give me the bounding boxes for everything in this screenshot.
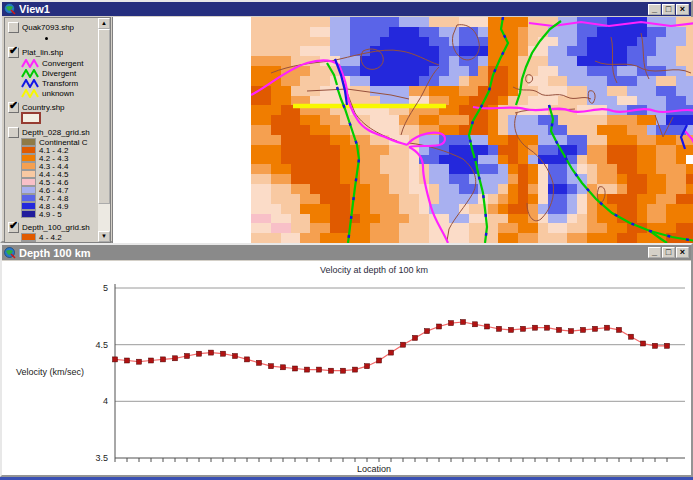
x-axis-label: Location (357, 464, 391, 474)
data-point-marker (161, 357, 166, 362)
legend-symbol-row: Divergent (21, 68, 98, 78)
data-point-marker (137, 359, 142, 364)
data-point-marker (365, 364, 370, 369)
data-point-marker (569, 329, 574, 334)
data-point-marker (113, 357, 118, 362)
data-point-marker (389, 350, 394, 355)
legend-scrollbar[interactable]: ▲ ▼ (98, 18, 110, 242)
data-point-marker (269, 364, 274, 369)
data-point-marker (473, 322, 478, 327)
legend-symbol-row: unknown (21, 88, 98, 98)
chart-window-title: Depth 100 km (19, 247, 645, 259)
fill-symbol (21, 170, 36, 178)
legend-items: Quak7093.shp✔Plat_lin.shpConvergentDiver… (5, 18, 98, 242)
y-tick-label: 5 (103, 283, 108, 293)
legend-symbol-row: Transform (21, 78, 98, 88)
fill-symbol (21, 210, 36, 218)
line-symbol (21, 79, 39, 88)
tomography-raster (251, 17, 693, 243)
y-tick-label: 3.5 (95, 453, 108, 463)
legend-layer-depth-100-grid-sh[interactable]: ✔Depth_100_grid.sh (8, 221, 98, 233)
fill-symbol (21, 202, 36, 210)
data-point-marker (401, 342, 406, 347)
world-tomography-map[interactable] (251, 17, 693, 243)
chart-maximize-button[interactable]: □ (662, 247, 675, 258)
layer-checkbox[interactable] (8, 127, 19, 138)
layer-checkbox[interactable]: ✔ (8, 47, 19, 58)
line-symbol (21, 89, 39, 98)
map-document-area[interactable] (112, 17, 693, 243)
data-point-marker (341, 368, 346, 373)
view1-close-button[interactable]: × (676, 4, 689, 15)
symbol-label: unknown (42, 89, 74, 98)
legend-symbol-row: Convergent (21, 58, 98, 68)
fill-symbol (21, 154, 36, 162)
layer-name[interactable]: Plat_lin.shp (22, 48, 63, 57)
data-point-marker (461, 320, 466, 325)
chart-body: Velocity at depth of 100 km54.543.5Locat… (2, 261, 691, 475)
data-point-marker (377, 358, 382, 363)
chart-minimize-button[interactable]: _ (648, 247, 661, 258)
fill-symbol (21, 241, 36, 242)
application-screen: View1 _ □ × Quak7093.shp✔Plat_lin.shpCon… (0, 0, 693, 480)
data-point-marker (233, 354, 238, 359)
layer-name[interactable]: Quak7093.shp (22, 23, 74, 32)
y-axis-label: Velocity (km/sec) (16, 367, 84, 377)
fill-symbol (21, 233, 36, 241)
chart-close-button[interactable]: × (676, 247, 689, 258)
layer-checkbox[interactable]: ✔ (8, 102, 19, 113)
view1-titlebar[interactable]: View1 _ □ × (2, 2, 691, 16)
data-point-marker (125, 358, 130, 363)
scroll-down-button[interactable]: ▼ (98, 231, 110, 242)
data-point-marker (617, 327, 622, 332)
symbol-label: Divergent (42, 69, 76, 78)
data-point-marker (533, 325, 538, 330)
data-point-marker (545, 325, 550, 330)
chart-globe-icon (4, 247, 16, 259)
layer-name[interactable]: Depth_100_grid.sh (22, 223, 90, 232)
data-point-marker (509, 327, 514, 332)
layer-checkbox[interactable] (8, 22, 19, 33)
view1-minimize-button[interactable]: _ (648, 4, 661, 15)
legend-layer-quak7093-shp[interactable]: Quak7093.shp (8, 21, 98, 33)
legend-layer-plat-lin-shp[interactable]: ✔Plat_lin.shp (8, 46, 98, 58)
data-point-marker (629, 334, 634, 339)
legend-layer-depth-028-grid-sh[interactable]: Depth_028_grid.sh (8, 126, 98, 138)
outline-symbol (21, 112, 41, 124)
line-symbol (21, 59, 39, 68)
view1-maximize-button[interactable]: □ (662, 4, 675, 15)
data-point-marker (521, 326, 526, 331)
data-point-marker (581, 327, 586, 332)
point-symbol (45, 37, 48, 40)
layer-checkbox[interactable]: ✔ (8, 222, 19, 233)
data-point-marker (185, 354, 190, 359)
chart-titlebar[interactable]: Depth 100 km _ □ × (2, 245, 691, 260)
legend-symbol-row (21, 113, 98, 123)
data-point-marker (665, 343, 670, 348)
data-point-marker (305, 367, 310, 372)
y-tick-label: 4.5 (95, 340, 108, 350)
layer-name[interactable]: Country.shp (22, 103, 65, 112)
chart-title: Velocity at depth of 100 km (320, 265, 428, 275)
symbol-label: Convergent (42, 59, 83, 68)
fill-symbol (21, 194, 36, 202)
data-point-marker (653, 343, 658, 348)
y-tick-label: 4 (103, 396, 108, 406)
data-point-marker (641, 341, 646, 346)
depth-chart-window: Depth 100 km _ □ × Velocity at depth of … (0, 243, 693, 477)
scrollbar-thumb[interactable] (98, 29, 110, 204)
fill-symbol (21, 162, 36, 170)
layer-name[interactable]: Depth_028_grid.sh (22, 128, 90, 137)
data-point-marker (221, 351, 226, 356)
fill-symbol (21, 186, 36, 194)
data-point-marker (281, 365, 286, 370)
data-point-marker (425, 329, 430, 334)
view1-title: View1 (19, 3, 645, 15)
data-point-marker (449, 321, 454, 326)
scroll-up-button[interactable]: ▲ (98, 18, 110, 29)
legend-symbol-row (21, 33, 98, 43)
data-point-marker (557, 327, 562, 332)
data-point-marker (245, 357, 250, 362)
data-point-marker (209, 350, 214, 355)
data-point-marker (497, 326, 502, 331)
